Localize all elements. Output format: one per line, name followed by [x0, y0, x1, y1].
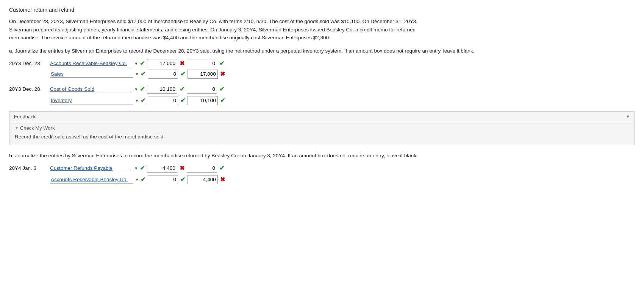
description: On December 28, 20Y3, Silverman Enterpri… — [9, 17, 634, 42]
credit-input-4[interactable] — [188, 96, 218, 105]
part-a-text: Journalize the entries by Silverman Ente… — [15, 48, 474, 54]
check-green-3c: ✔ — [219, 85, 224, 93]
debit-input-b2[interactable] — [148, 175, 178, 184]
account-select-wrapper-b2: Accounts Receivable-Beasley Co. ▼ ✔ — [50, 176, 145, 183]
part-b-instruction: b. Journalize the entries by Silverman E… — [9, 153, 635, 158]
desc-line-1: On December 28, 20Y3, Silverman Enterpri… — [9, 17, 634, 26]
date-3: 20Y3 Dec. 28 — [9, 86, 47, 92]
dropdown-arrow-1: ▼ — [134, 61, 138, 66]
check-work-label: Check My Work — [20, 125, 55, 131]
dropdown-arrow-3: ▼ — [134, 87, 138, 92]
check-green-4c: ✔ — [220, 97, 225, 104]
part-b-text: Journalize the entries by Silverman Ente… — [15, 153, 418, 158]
tri-icon: ▼ — [15, 126, 19, 130]
debit-input-3[interactable] — [147, 85, 177, 94]
part-a-journal: 20Y3 Dec. 28 Accounts Receivable-Beasley… — [9, 59, 635, 105]
journal-row-3: 20Y3 Dec. 28 Cost of Goods Sold ▼ ✔ ✔ ✔ — [9, 85, 635, 94]
cross-red-b1: ✖ — [180, 165, 184, 172]
debit-input-b1[interactable] — [147, 164, 177, 173]
part-b-label: b. — [9, 153, 14, 158]
check-green-3: ✔ — [140, 85, 145, 93]
part-a-instruction: a. Journalize the entries by Silverman E… — [9, 48, 635, 54]
account-select-1[interactable]: Accounts Receivable-Beasley Co. — [49, 60, 133, 67]
feedback-label: Feedback — [14, 114, 36, 120]
account-select-4[interactable]: Inventory — [50, 97, 133, 104]
check-green-b1: ✔ — [140, 165, 145, 172]
page-title: Customer return and refund — [9, 7, 635, 13]
check-green-2b: ✔ — [180, 70, 185, 78]
feedback-arrow-icon: ▼ — [626, 114, 630, 119]
credit-input-b1[interactable] — [187, 164, 217, 173]
check-green-b2b: ✔ — [180, 176, 185, 183]
part-b-journal: 20Y4 Jan. 3 Customer Refunds Payable ▼ ✔… — [9, 164, 635, 184]
check-green-4b: ✔ — [180, 97, 185, 104]
debit-input-4[interactable] — [148, 96, 178, 105]
check-green-b2: ✔ — [141, 176, 145, 183]
dropdown-arrow-b1: ▼ — [134, 166, 138, 171]
account-select-2[interactable]: Sales — [50, 70, 133, 78]
journal-row-b1: 20Y4 Jan. 3 Customer Refunds Payable ▼ ✔… — [9, 164, 635, 173]
debit-input-2[interactable] — [148, 70, 178, 79]
feedback-text: Record the credit sale as well as the co… — [9, 132, 635, 145]
account-select-wrapper-4: Inventory ▼ ✔ — [50, 97, 145, 104]
journal-row-2: Sales ▼ ✔ ✔ ✖ — [50, 70, 635, 79]
check-green-1: ✔ — [140, 60, 145, 67]
account-select-wrapper-b1: Customer Refunds Payable ▼ ✔ — [49, 165, 145, 172]
cross-red-1: ✖ — [180, 60, 184, 67]
date-b1: 20Y4 Jan. 3 — [9, 165, 47, 171]
credit-input-b2[interactable] — [188, 175, 218, 184]
dropdown-arrow-2: ▼ — [135, 72, 139, 76]
feedback-box: Feedback ▼ ▼ Check My Work Record the cr… — [9, 111, 635, 145]
account-select-b2[interactable]: Accounts Receivable-Beasley Co. — [50, 176, 133, 183]
account-select-b1[interactable]: Customer Refunds Payable — [49, 165, 133, 172]
credit-input-1[interactable] — [187, 59, 217, 68]
dropdown-arrow-b2: ▼ — [135, 177, 139, 182]
check-green-4: ✔ — [141, 97, 145, 104]
feedback-check-work[interactable]: ▼ Check My Work — [9, 122, 635, 132]
check-green-3b: ✔ — [180, 85, 184, 93]
dropdown-arrow-4: ▼ — [135, 98, 139, 103]
account-select-wrapper-2: Sales ▼ ✔ — [50, 70, 145, 78]
check-green-2: ✔ — [141, 70, 145, 78]
feedback-header: Feedback ▼ — [9, 112, 635, 122]
account-select-3[interactable]: Cost of Goods Sold — [49, 85, 133, 93]
journal-row-1: 20Y3 Dec. 28 Accounts Receivable-Beasley… — [9, 59, 635, 68]
cross-red-2: ✖ — [220, 70, 225, 78]
debit-input-1[interactable] — [147, 59, 177, 68]
journal-row-4: Inventory ▼ ✔ ✔ ✔ — [50, 96, 635, 105]
desc-line-2: Silverman prepared its adjusting entries… — [9, 26, 634, 34]
date-1: 20Y3 Dec. 28 — [9, 61, 47, 66]
credit-input-3[interactable] — [187, 85, 217, 94]
desc-line-3: merchandise. The invoice amount of the r… — [9, 34, 634, 42]
account-select-wrapper-3: Cost of Goods Sold ▼ ✔ — [49, 85, 145, 93]
journal-row-b2: Accounts Receivable-Beasley Co. ▼ ✔ ✔ ✖ — [50, 175, 635, 184]
part-a-label: a. — [9, 48, 13, 54]
credit-input-2[interactable] — [188, 70, 218, 79]
account-select-wrapper-1: Accounts Receivable-Beasley Co. ▼ ✔ — [49, 60, 145, 67]
cross-red-b2: ✖ — [220, 176, 225, 183]
check-green-1b: ✔ — [219, 60, 224, 67]
check-green-b1b: ✔ — [219, 165, 224, 172]
